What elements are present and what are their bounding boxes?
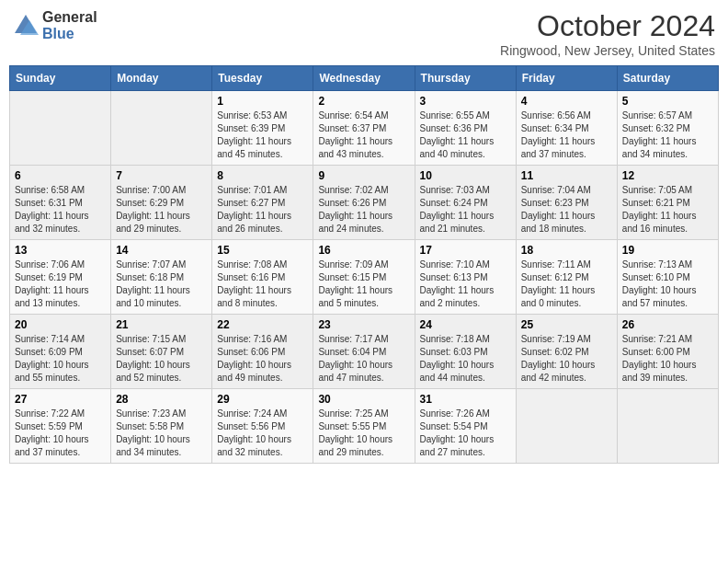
day-number: 7 <box>116 169 207 182</box>
calendar-cell: 10Sunrise: 7:03 AM Sunset: 6:24 PM Dayli… <box>415 166 516 240</box>
day-info: Sunrise: 7:14 AM Sunset: 6:09 PM Dayligh… <box>15 333 106 385</box>
day-number: 11 <box>521 169 612 182</box>
day-info: Sunrise: 7:19 AM Sunset: 6:02 PM Dayligh… <box>521 333 612 385</box>
title-area: October 2024 Ringwood, New Jersey, Unite… <box>500 9 715 58</box>
calendar-cell: 5Sunrise: 6:57 AM Sunset: 6:32 PM Daylig… <box>617 91 718 166</box>
day-info: Sunrise: 7:15 AM Sunset: 6:07 PM Dayligh… <box>116 333 207 385</box>
calendar-cell: 1Sunrise: 6:53 AM Sunset: 6:39 PM Daylig… <box>212 91 313 166</box>
week-row-1: 1Sunrise: 6:53 AM Sunset: 6:39 PM Daylig… <box>10 91 719 166</box>
week-row-3: 13Sunrise: 7:06 AM Sunset: 6:19 PM Dayli… <box>10 240 719 315</box>
day-info: Sunrise: 7:02 AM Sunset: 6:26 PM Dayligh… <box>318 184 409 236</box>
calendar-cell: 27Sunrise: 7:22 AM Sunset: 5:59 PM Dayli… <box>10 389 111 464</box>
calendar-cell: 9Sunrise: 7:02 AM Sunset: 6:26 PM Daylig… <box>313 166 415 240</box>
day-info: Sunrise: 7:05 AM Sunset: 6:21 PM Dayligh… <box>622 184 713 236</box>
day-info: Sunrise: 7:07 AM Sunset: 6:18 PM Dayligh… <box>116 259 207 310</box>
day-number: 18 <box>521 244 612 257</box>
day-info: Sunrise: 6:53 AM Sunset: 6:39 PM Dayligh… <box>217 109 308 161</box>
location-text: Ringwood, New Jersey, United States <box>500 43 715 58</box>
day-info: Sunrise: 6:54 AM Sunset: 6:37 PM Dayligh… <box>318 109 409 161</box>
weekday-header-saturday: Saturday <box>617 66 718 91</box>
calendar-cell: 11Sunrise: 7:04 AM Sunset: 6:23 PM Dayli… <box>516 166 617 240</box>
day-number: 26 <box>622 318 713 331</box>
day-info: Sunrise: 7:23 AM Sunset: 5:58 PM Dayligh… <box>116 408 207 459</box>
calendar-header: SundayMondayTuesdayWednesdayThursdayFrid… <box>10 66 719 91</box>
day-number: 28 <box>116 393 207 406</box>
day-number: 10 <box>420 169 511 182</box>
calendar-cell: 15Sunrise: 7:08 AM Sunset: 6:16 PM Dayli… <box>212 240 313 315</box>
day-info: Sunrise: 7:09 AM Sunset: 6:15 PM Dayligh… <box>318 259 409 310</box>
day-info: Sunrise: 7:18 AM Sunset: 6:03 PM Dayligh… <box>420 333 511 385</box>
calendar-cell: 14Sunrise: 7:07 AM Sunset: 6:18 PM Dayli… <box>111 240 212 315</box>
day-number: 19 <box>622 244 713 257</box>
day-info: Sunrise: 7:08 AM Sunset: 6:16 PM Dayligh… <box>217 259 308 310</box>
day-number: 2 <box>318 95 409 108</box>
month-title: October 2024 <box>500 9 715 43</box>
day-info: Sunrise: 7:00 AM Sunset: 6:29 PM Dayligh… <box>116 184 207 236</box>
day-info: Sunrise: 7:01 AM Sunset: 6:27 PM Dayligh… <box>217 184 308 236</box>
day-number: 15 <box>217 244 308 257</box>
day-number: 20 <box>15 318 106 331</box>
day-number: 3 <box>420 95 511 108</box>
logo-icon <box>13 13 39 39</box>
calendar-cell: 8Sunrise: 7:01 AM Sunset: 6:27 PM Daylig… <box>212 166 313 240</box>
weekday-header-sunday: Sunday <box>10 66 111 91</box>
calendar-cell: 4Sunrise: 6:56 AM Sunset: 6:34 PM Daylig… <box>516 91 617 166</box>
day-number: 13 <box>15 244 106 257</box>
day-info: Sunrise: 7:13 AM Sunset: 6:10 PM Dayligh… <box>622 259 713 310</box>
day-number: 29 <box>217 393 308 406</box>
day-number: 24 <box>420 318 511 331</box>
calendar-cell: 17Sunrise: 7:10 AM Sunset: 6:13 PM Dayli… <box>415 240 516 315</box>
calendar-cell: 30Sunrise: 7:25 AM Sunset: 5:55 PM Dayli… <box>313 389 415 464</box>
calendar-cell: 6Sunrise: 6:58 AM Sunset: 6:31 PM Daylig… <box>10 166 111 240</box>
calendar-cell: 28Sunrise: 7:23 AM Sunset: 5:58 PM Dayli… <box>111 389 212 464</box>
calendar-cell <box>617 389 718 464</box>
calendar-cell <box>10 91 111 166</box>
logo-blue-text: Blue <box>42 26 97 42</box>
calendar-cell: 24Sunrise: 7:18 AM Sunset: 6:03 PM Dayli… <box>415 315 516 389</box>
weekday-header-wednesday: Wednesday <box>313 66 415 91</box>
page-header: General Blue October 2024 Ringwood, New … <box>9 9 719 58</box>
day-number: 5 <box>622 95 713 108</box>
calendar-cell: 31Sunrise: 7:26 AM Sunset: 5:54 PM Dayli… <box>415 389 516 464</box>
logo: General Blue <box>13 9 97 41</box>
day-number: 9 <box>318 169 409 182</box>
weekday-header-tuesday: Tuesday <box>212 66 313 91</box>
day-number: 8 <box>217 169 308 182</box>
calendar-cell: 7Sunrise: 7:00 AM Sunset: 6:29 PM Daylig… <box>111 166 212 240</box>
weekday-row: SundayMondayTuesdayWednesdayThursdayFrid… <box>10 66 719 91</box>
day-number: 6 <box>15 169 106 182</box>
week-row-4: 20Sunrise: 7:14 AM Sunset: 6:09 PM Dayli… <box>10 315 719 389</box>
day-number: 22 <box>217 318 308 331</box>
day-number: 25 <box>521 318 612 331</box>
day-info: Sunrise: 6:58 AM Sunset: 6:31 PM Dayligh… <box>15 184 106 236</box>
calendar-cell: 13Sunrise: 7:06 AM Sunset: 6:19 PM Dayli… <box>10 240 111 315</box>
day-number: 17 <box>420 244 511 257</box>
week-row-5: 27Sunrise: 7:22 AM Sunset: 5:59 PM Dayli… <box>10 389 719 464</box>
day-info: Sunrise: 7:04 AM Sunset: 6:23 PM Dayligh… <box>521 184 612 236</box>
calendar-cell <box>111 91 212 166</box>
day-number: 27 <box>15 393 106 406</box>
day-number: 23 <box>318 318 409 331</box>
day-number: 21 <box>116 318 207 331</box>
week-row-2: 6Sunrise: 6:58 AM Sunset: 6:31 PM Daylig… <box>10 166 719 240</box>
day-info: Sunrise: 7:24 AM Sunset: 5:56 PM Dayligh… <box>217 408 308 459</box>
calendar-body: 1Sunrise: 6:53 AM Sunset: 6:39 PM Daylig… <box>10 91 719 464</box>
calendar-cell: 2Sunrise: 6:54 AM Sunset: 6:37 PM Daylig… <box>313 91 415 166</box>
calendar-cell: 23Sunrise: 7:17 AM Sunset: 6:04 PM Dayli… <box>313 315 415 389</box>
calendar-cell: 25Sunrise: 7:19 AM Sunset: 6:02 PM Dayli… <box>516 315 617 389</box>
logo-general-text: General <box>42 9 97 26</box>
calendar-table: SundayMondayTuesdayWednesdayThursdayFrid… <box>9 65 719 464</box>
calendar-cell: 19Sunrise: 7:13 AM Sunset: 6:10 PM Dayli… <box>617 240 718 315</box>
day-info: Sunrise: 7:16 AM Sunset: 6:06 PM Dayligh… <box>217 333 308 385</box>
day-info: Sunrise: 7:26 AM Sunset: 5:54 PM Dayligh… <box>420 408 511 459</box>
day-info: Sunrise: 7:25 AM Sunset: 5:55 PM Dayligh… <box>318 408 409 459</box>
day-number: 30 <box>318 393 409 406</box>
weekday-header-friday: Friday <box>516 66 617 91</box>
calendar-cell: 16Sunrise: 7:09 AM Sunset: 6:15 PM Dayli… <box>313 240 415 315</box>
day-info: Sunrise: 7:22 AM Sunset: 5:59 PM Dayligh… <box>15 408 106 459</box>
day-number: 1 <box>217 95 308 108</box>
day-info: Sunrise: 6:55 AM Sunset: 6:36 PM Dayligh… <box>420 109 511 161</box>
calendar-cell: 20Sunrise: 7:14 AM Sunset: 6:09 PM Dayli… <box>10 315 111 389</box>
calendar-cell <box>516 389 617 464</box>
calendar-cell: 29Sunrise: 7:24 AM Sunset: 5:56 PM Dayli… <box>212 389 313 464</box>
